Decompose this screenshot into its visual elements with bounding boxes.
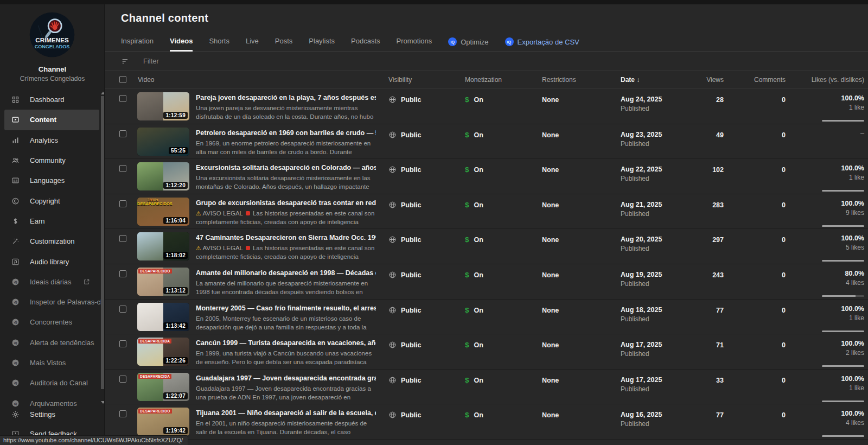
column-date-sorted[interactable]: Date ↓ [621, 76, 640, 84]
visibility-cell[interactable]: Public [388, 271, 422, 279]
video-title[interactable]: Petrolero desapareció en 1969 con barril… [196, 129, 376, 137]
tab-shorts[interactable]: Shorts [209, 37, 229, 51]
video-title[interactable]: Amante del millonario desapareció en 199… [196, 269, 376, 277]
sidebar-item-alerta-de-tend-ncias[interactable]: ıQAlerta de tendências [0, 333, 101, 353]
sidebar-item-dashboard[interactable]: Dashboard [0, 90, 101, 110]
visibility-cell[interactable]: Public [388, 131, 422, 139]
video-title[interactable]: Guadalajara 1997 — Joven desaparecida en… [196, 374, 376, 382]
community-icon [11, 156, 20, 164]
scrollbar-up-arrow[interactable] [101, 92, 105, 94]
row-checkbox[interactable] [119, 306, 126, 313]
video-thumbnail[interactable]: DESAPARECIDA 1:22:07 [137, 373, 189, 401]
table-row[interactable]: 1990sDESAPARECIDOS 1:16:04 Grupo de excu… [105, 194, 868, 230]
row-checkbox[interactable] [119, 95, 126, 102]
monetization-cell[interactable]: $On [465, 341, 483, 349]
sidebar-item-languages[interactable]: Languages [0, 170, 101, 190]
visibility-cell[interactable]: Public [388, 96, 422, 104]
tab-inspiration[interactable]: Inspiration [121, 37, 154, 51]
sidebar-item-concorrentes[interactable]: ıQConcorrentes [0, 312, 101, 332]
monetization-cell[interactable]: $On [465, 201, 483, 209]
sidebar-item-ideais-di-rias[interactable]: ıQIdeais diárias [0, 272, 101, 292]
video-thumbnail[interactable]: 1990sDESAPARECIDOS 1:16:04 [137, 198, 189, 226]
table-row[interactable]: DESAPARECIDA 1:22:26 Cancún 1999 — Turis… [105, 334, 868, 370]
sidebar-item-copyright[interactable]: Copyright [0, 190, 101, 211]
sidebar-item-earn[interactable]: Earn [0, 211, 101, 231]
video-title[interactable]: Tijuana 2001 — Niño desapareció al salir… [196, 409, 376, 417]
tab-live[interactable]: Live [246, 37, 259, 51]
visibility-cell[interactable]: Public [388, 166, 422, 174]
table-row[interactable]: 1:18:02 47 Caminantes Desaparecieron en … [105, 229, 868, 264]
row-checkbox[interactable] [119, 376, 126, 383]
visibility-cell[interactable]: Public [388, 341, 422, 349]
monetization-cell[interactable]: $On [465, 236, 483, 244]
channel-avatar[interactable]: CRÍMENES CONGELADOS [29, 11, 75, 58]
sidebar-item-content[interactable]: Content [4, 110, 99, 130]
column-restrictions[interactable]: Restrictions [542, 76, 576, 84]
monetization-cell[interactable]: $On [465, 306, 483, 314]
sidebar-item-audio-library[interactable]: Audio library [0, 251, 101, 271]
video-title[interactable]: Monterrey 2005 — Caso frío finalmente re… [196, 304, 376, 312]
monetization-cell[interactable]: $On [465, 166, 483, 174]
visibility-cell[interactable]: Public [388, 376, 422, 384]
tab-posts[interactable]: Posts [275, 37, 293, 51]
column-visibility[interactable]: Visibility [388, 76, 412, 84]
extension-tab-optimize[interactable]: ıQOptimize [448, 37, 488, 51]
visibility-cell[interactable]: Public [388, 411, 422, 419]
table-row[interactable]: DESAPARECIDO 1:13:12 Amante del millonar… [105, 264, 868, 300]
tab-podcasts[interactable]: Podcasts [351, 37, 380, 51]
row-checkbox[interactable] [119, 340, 126, 347]
sidebar-item-auditoria-do-canal[interactable]: ıQAuditoria do Canal [0, 373, 101, 393]
video-title[interactable]: Pareja joven desapareció en la playa, 7 … [196, 94, 376, 101]
row-checkbox[interactable] [119, 130, 126, 137]
visibility-cell[interactable]: Public [388, 201, 422, 209]
select-all-checkbox[interactable] [119, 76, 126, 83]
column-likes[interactable]: Likes (vs. dislikes) [777, 76, 864, 84]
monetization-cell[interactable]: $On [465, 271, 483, 279]
video-title[interactable]: 47 Caminantes Desaparecieron en Sierra M… [196, 234, 376, 241]
column-views[interactable]: Views [675, 76, 724, 84]
column-video[interactable]: Video [138, 76, 154, 84]
monetization-cell[interactable]: $On [465, 411, 483, 419]
table-row[interactable]: 1:12:59 Pareja joven desapareció en la p… [105, 89, 868, 124]
tab-videos[interactable]: Videos [170, 37, 193, 52]
video-thumbnail[interactable]: 55:25 [137, 128, 189, 156]
visibility-cell[interactable]: Public [388, 306, 422, 314]
table-row[interactable]: 55:25 Petrolero desapareció en 1969 con … [105, 124, 868, 160]
video-thumbnail[interactable]: 1:12:59 [137, 92, 189, 120]
tab-playlists[interactable]: Playlists [309, 37, 335, 51]
video-thumbnail[interactable]: DESAPARECIDO 1:13:12 [137, 268, 189, 296]
video-thumbnail[interactable]: 1:18:02 [137, 232, 189, 260]
video-title[interactable]: Cancún 1999 — Turista desaparecida en va… [196, 339, 376, 347]
video-thumbnail[interactable]: 1:13:42 [137, 303, 189, 331]
sidebar-item-customization[interactable]: Customization [0, 231, 101, 251]
table-row[interactable]: 1:12:20 Excursionista solitaria desapare… [105, 159, 868, 194]
extension-tab-exporta-o-de-csv[interactable]: ıQExportação de CSV [505, 37, 579, 51]
sidebar-item-inspetor-de-palavras-chav[interactable]: ıQInspetor de Palavras-chav [0, 292, 101, 312]
table-row[interactable]: DESAPARECIDA 1:22:07 Guadalajara 1997 — … [105, 370, 868, 405]
table-row[interactable]: DESAPARECIDO 1:19:42 Tijuana 2001 — Niño… [105, 404, 868, 440]
sidebar-item-community[interactable]: Community [0, 150, 101, 170]
sidebar-scrollbar[interactable] [101, 96, 104, 389]
row-checkbox[interactable] [119, 410, 126, 417]
video-thumbnail[interactable]: 1:12:20 [137, 162, 189, 190]
sidebar-item-settings[interactable]: Settings [0, 404, 101, 424]
row-checkbox[interactable] [119, 200, 126, 207]
monetization-cell[interactable]: $On [465, 376, 483, 384]
scrollbar-down-arrow[interactable] [101, 401, 105, 404]
sidebar-item-mais-vistos[interactable]: ıQMais Vistos [0, 353, 101, 373]
row-checkbox[interactable] [119, 165, 126, 172]
column-monetization[interactable]: Monetization [465, 76, 502, 84]
tab-promotions[interactable]: Promotions [397, 37, 432, 51]
video-title[interactable]: Grupo de excursionistas desapareció tras… [196, 199, 376, 207]
visibility-cell[interactable]: Public [388, 236, 422, 244]
row-checkbox[interactable] [119, 270, 126, 277]
row-checkbox[interactable] [119, 235, 126, 242]
video-thumbnail[interactable]: DESAPARECIDA 1:22:26 [137, 338, 189, 366]
video-thumbnail[interactable]: DESAPARECIDO 1:19:42 [137, 408, 189, 436]
monetization-cell[interactable]: $On [465, 96, 483, 104]
sidebar-item-analytics[interactable]: Analytics [0, 130, 101, 150]
video-title[interactable]: Excursionista solitaria desapareció en C… [196, 164, 376, 171]
table-row[interactable]: 1:13:42 Monterrey 2005 — Caso frío final… [105, 300, 868, 335]
monetization-cell[interactable]: $On [465, 131, 483, 139]
filter-bar[interactable]: Filter [105, 52, 868, 71]
